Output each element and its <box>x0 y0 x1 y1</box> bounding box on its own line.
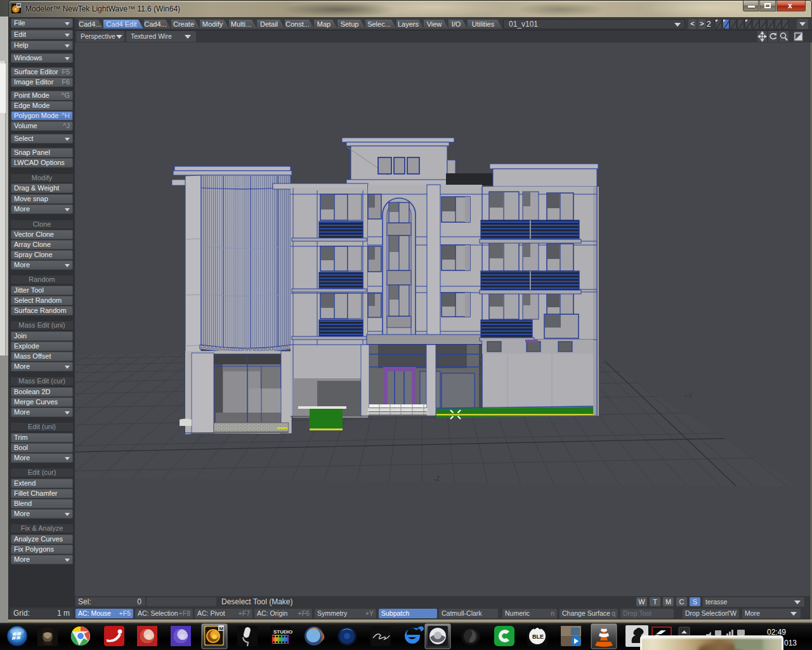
svg-text:STUDIO: STUDIO <box>273 629 292 635</box>
svg-text:-Z: -Z <box>433 475 440 482</box>
svg-text:M: M <box>219 626 224 632</box>
svg-text:013: 013 <box>784 639 797 647</box>
svg-text:+X: +X <box>684 392 693 399</box>
svg-text:BLE: BLE <box>532 633 544 640</box>
